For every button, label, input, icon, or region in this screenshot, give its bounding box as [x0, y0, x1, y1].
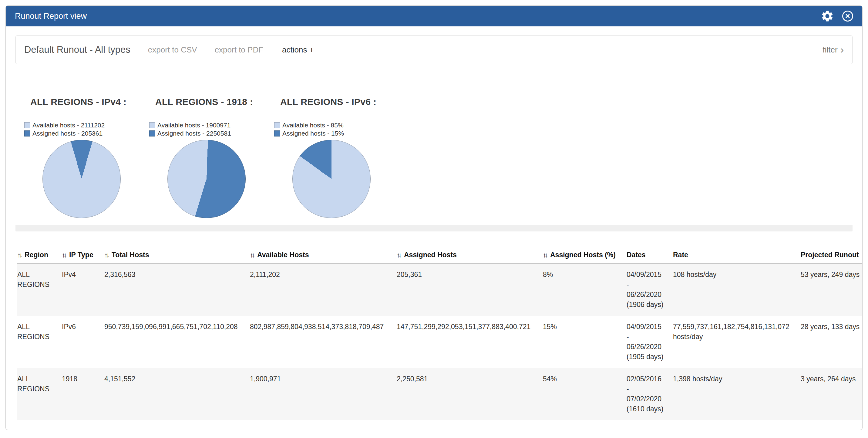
legend-item: Available hosts - 1900971	[149, 121, 274, 129]
column-header-dates: Dates	[627, 248, 673, 263]
cell-ip_type: 1918	[62, 368, 104, 420]
table-header-row: ↑↓Region↑↓IP Type↑↓Total Hosts↑↓Availabl…	[17, 248, 862, 263]
cell-assigned_pct: 54%	[543, 368, 627, 420]
legend-swatch	[24, 122, 30, 128]
cell-rate: 77,559,737,161,182,754,816,131,072 hosts…	[673, 316, 801, 368]
table-body: ALL REGIONSIPv42,316,5632,111,202205,361…	[17, 263, 862, 420]
legend-swatch	[274, 122, 280, 128]
cell-rate: 108 hosts/day	[673, 263, 801, 316]
sort-icon: ↑↓	[543, 251, 547, 259]
table-row: ALL REGIONSIPv42,316,5632,111,202205,361…	[17, 263, 862, 316]
cell-line: -	[627, 384, 670, 394]
panel-divider	[16, 225, 852, 231]
cell-ip_type: IPv4	[62, 263, 104, 316]
column-label: Total Hosts	[112, 251, 149, 259]
cell-line: -	[627, 332, 670, 342]
cell-line: 07/02/2020	[627, 394, 670, 404]
pie-chart	[292, 140, 371, 218]
chart-legend: Available hosts - 2111202Assigned hosts …	[24, 121, 149, 137]
cell-line: (1905 days)	[627, 352, 670, 362]
cell-rate: 1,398 hosts/day	[673, 368, 801, 420]
column-header-available_hosts[interactable]: ↑↓Available Hosts	[250, 248, 397, 263]
legend-item: Assigned hosts - 205361	[24, 129, 149, 137]
chart-title: ALL REGIONS - IPv6 :	[274, 97, 399, 107]
report-toolbar: Default Runout - All types export to CSV…	[16, 35, 852, 64]
cell-projected_runout: 53 years, 249 days	[801, 263, 862, 316]
column-label: Assigned Hosts (%)	[550, 251, 616, 259]
column-label: Assigned Hosts	[404, 251, 457, 259]
settings-button[interactable]	[820, 9, 834, 23]
cell-line: 02/05/2016	[627, 374, 670, 384]
column-header-ip_type[interactable]: ↑↓IP Type	[62, 248, 104, 263]
cell-line: 04/09/2015	[627, 270, 670, 280]
cell-projected_runout: 28 years, 133 days	[801, 316, 862, 368]
filter-button[interactable]: filter ›	[823, 45, 844, 55]
cell-assigned_hosts: 147,751,299,292,053,151,377,883,400,721	[397, 316, 543, 368]
chevron-right-icon: ›	[840, 45, 844, 54]
cell-available_hosts: 1,900,971	[250, 368, 397, 420]
sort-icon: ↑↓	[397, 251, 400, 259]
filter-label: filter	[823, 45, 838, 55]
cell-region: ALL REGIONS	[17, 263, 62, 316]
legend-item: Available hosts - 85%	[274, 121, 399, 129]
column-label: Projected Runout	[801, 251, 859, 259]
cell-total_hosts: 950,739,159,096,991,665,751,702,110,208	[104, 316, 250, 368]
column-header-rate: Rate	[673, 248, 801, 263]
column-header-total_hosts[interactable]: ↑↓Total Hosts	[104, 248, 250, 263]
cell-line: -	[627, 280, 670, 290]
cell-line: 06/26/2020	[627, 290, 670, 300]
legend-swatch	[149, 122, 155, 128]
cell-assigned_hosts: 205,361	[397, 263, 543, 316]
legend-label: Available hosts - 2111202	[32, 122, 105, 129]
runout-report-window: Runout Report view × Default Runout - Al…	[5, 5, 863, 430]
legend-item: Assigned hosts - 15%	[274, 129, 399, 137]
runout-table: ↑↓Region↑↓IP Type↑↓Total Hosts↑↓Availabl…	[17, 248, 862, 420]
cell-total_hosts: 2,316,563	[104, 263, 250, 316]
close-icon[interactable]: ×	[842, 11, 853, 22]
sort-icon: ↑↓	[17, 251, 21, 259]
cell-projected_runout: 3 years, 264 days	[801, 368, 862, 420]
pie-chart	[42, 140, 121, 218]
chart-legend: Available hosts - 85%Assigned hosts - 15…	[274, 121, 399, 137]
cell-assigned_pct: 8%	[543, 263, 627, 316]
cell-region: ALL REGIONS	[17, 368, 62, 420]
actions-menu[interactable]: actions +	[282, 45, 314, 55]
column-header-assigned_hosts[interactable]: ↑↓Assigned Hosts	[397, 248, 543, 263]
cell-ip_type: IPv6	[62, 316, 104, 368]
table-row: ALL REGIONS19184,151,5521,900,9712,250,5…	[17, 368, 862, 420]
cell-available_hosts: 802,987,859,804,938,514,373,818,709,487	[250, 316, 397, 368]
window-titlebar: Runout Report view ×	[6, 6, 862, 26]
legend-label: Available hosts - 1900971	[157, 122, 230, 129]
cell-assigned_pct: 15%	[543, 316, 627, 368]
legend-label: Assigned hosts - 2250581	[157, 130, 231, 137]
cell-line: 06/26/2020	[627, 342, 670, 352]
legend-label: Assigned hosts - 205361	[32, 130, 102, 137]
cell-dates: 04/09/2015-06/26/2020(1906 days)	[627, 263, 673, 316]
cell-line: (1610 days)	[627, 404, 670, 414]
column-label: Region	[25, 251, 48, 259]
cell-line: (1906 days)	[627, 300, 670, 310]
cell-line: 04/09/2015	[627, 322, 670, 332]
chart-title: ALL REGIONS - 1918 :	[149, 97, 274, 107]
sort-icon: ↑↓	[104, 251, 108, 259]
cell-dates: 02/05/2016-07/02/2020(1610 days)	[627, 368, 673, 420]
column-header-assigned_pct[interactable]: ↑↓Assigned Hosts (%)	[543, 248, 627, 263]
export-csv-link[interactable]: export to CSV	[148, 45, 197, 55]
legend-item: Available hosts - 2111202	[24, 121, 149, 129]
cell-available_hosts: 2,111,202	[250, 263, 397, 316]
table-row: ALL REGIONSIPv6950,739,159,096,991,665,7…	[17, 316, 862, 368]
column-header-projected_runout: Projected Runout	[801, 248, 862, 263]
chart-title: ALL REGIONS - IPv4 :	[24, 97, 149, 107]
cell-total_hosts: 4,151,552	[104, 368, 250, 420]
legend-label: Assigned hosts - 15%	[282, 130, 344, 137]
column-label: IP Type	[69, 251, 93, 259]
column-header-region[interactable]: ↑↓Region	[17, 248, 62, 263]
export-pdf-link[interactable]: export to PDF	[215, 45, 263, 55]
column-label: Rate	[673, 251, 688, 259]
legend-label: Available hosts - 85%	[282, 122, 344, 129]
cell-region: ALL REGIONS	[17, 316, 62, 368]
sort-icon: ↑↓	[250, 251, 253, 259]
charts-row: ALL REGIONS - IPv4 : Available hosts - 2…	[6, 64, 862, 218]
column-label: Dates	[627, 251, 646, 259]
window-title: Runout Report view	[15, 11, 87, 21]
